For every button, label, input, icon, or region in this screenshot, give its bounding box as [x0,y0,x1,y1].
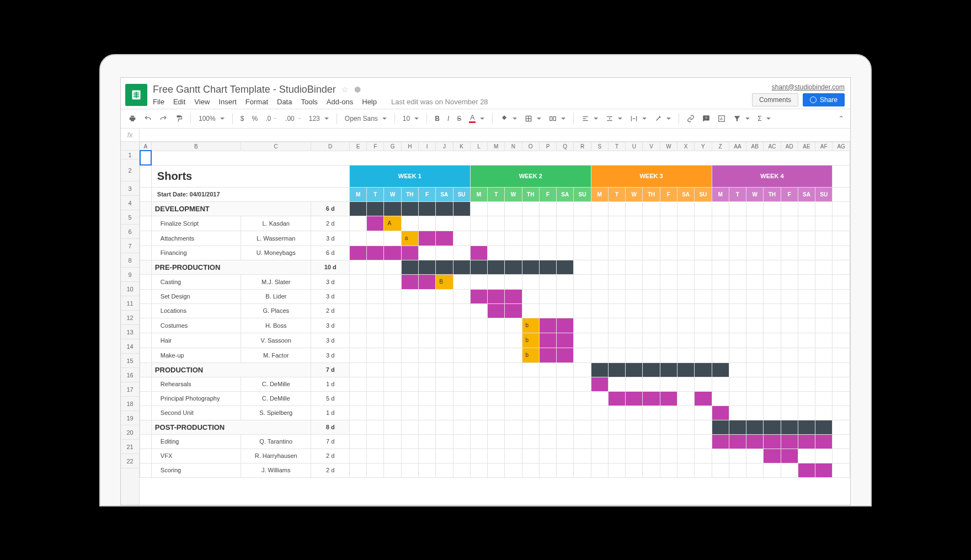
col-header-E[interactable]: E [349,142,366,151]
col-header-AG[interactable]: AG [833,142,850,151]
col-header-K[interactable]: K [453,142,470,151]
more-formats[interactable]: 123 [307,114,331,124]
menu-addons[interactable]: Add-ons [327,98,353,106]
format-percent[interactable]: % [249,114,260,124]
col-header-Z[interactable]: Z [712,142,729,151]
move-folder-icon[interactable]: ⬢ [354,85,361,94]
merge-cells-button[interactable] [547,114,568,124]
col-header-X[interactable]: X [677,142,694,151]
comments-button[interactable]: Comments [752,93,798,106]
day-header: T [608,187,625,201]
menu-help[interactable]: Help [362,98,377,106]
bold-button[interactable]: B [433,114,442,124]
doc-title[interactable]: Free Gantt Chart Template - StudioBinder [153,84,336,95]
day-header: F [660,187,677,201]
col-header-W[interactable]: W [660,142,677,151]
menu-file[interactable]: File [153,98,164,106]
day-header: SU [695,187,712,201]
account-email[interactable]: shant@studiobinder.com [752,83,845,91]
formula-bar[interactable]: fx [121,129,850,142]
task-owner: M. Factor [241,348,311,362]
day-header: M [712,187,729,201]
col-header-Y[interactable]: Y [695,142,712,151]
task-name: Casting [151,274,241,289]
col-header-F[interactable]: F [367,142,384,151]
menu-tools[interactable]: Tools [301,98,317,106]
font-family-dropdown[interactable]: Open Sans [343,114,389,124]
filter-button[interactable] [731,114,752,124]
functions-button[interactable]: Σ [755,114,772,124]
print-icon[interactable] [126,114,138,124]
col-header-C[interactable]: C [241,142,311,151]
menu-format[interactable]: Format [246,98,268,106]
col-header-H[interactable]: H [401,142,418,151]
redo-icon[interactable] [157,114,169,124]
col-header-L[interactable]: L [470,142,487,151]
section-duration: 7 d [311,362,350,377]
col-header-B[interactable]: B [151,142,241,151]
day-header: F [781,187,798,201]
font-size-dropdown[interactable]: 10 [401,114,421,124]
col-header-AC[interactable]: AC [764,142,781,151]
task-owner: Q. Tarantino [241,434,311,449]
col-header-D[interactable]: D [311,142,350,151]
italic-button[interactable]: I [445,114,451,124]
insert-comment-icon[interactable]: + [700,114,712,124]
col-header-Q[interactable]: Q [557,142,574,151]
col-header-AA[interactable]: AA [729,142,746,151]
col-header-A[interactable]: A [140,142,152,151]
star-icon[interactable]: ☆ [342,85,349,94]
col-header-P[interactable]: P [539,142,556,151]
menu-data[interactable]: Data [277,98,292,106]
col-header-G[interactable]: G [384,142,401,151]
col-header-R[interactable]: R [574,142,591,151]
spreadsheet-grid[interactable]: ABCDEFGHIJKLMNOPQRSTUVWXYZAAABACADAEAFAG… [140,142,850,505]
col-header-O[interactable]: O [522,142,539,151]
col-header-N[interactable]: N [505,142,522,151]
text-wrap-button[interactable] [628,114,649,124]
task-duration: 1 d [311,406,350,420]
v-align-button[interactable] [604,114,625,124]
section-duration: 6 d [311,201,350,216]
col-header-J[interactable]: J [436,142,453,151]
task-owner: J. Williams [241,463,311,477]
col-header-AB[interactable]: AB [746,142,764,151]
zoom-dropdown[interactable]: 100% [196,114,227,124]
collapse-toolbar-icon[interactable]: ⌃ [838,114,845,123]
task-duration: 2 d [311,303,350,318]
insert-chart-icon[interactable] [716,114,728,124]
col-header-U[interactable]: U [626,142,643,151]
menu-insert[interactable]: Insert [218,98,237,106]
paint-format-icon[interactable] [173,114,185,124]
col-header-S[interactable]: S [591,142,608,151]
col-header-AF[interactable]: AF [815,142,833,151]
day-header: F [419,187,436,201]
day-header: M [470,187,487,201]
col-header-AD[interactable]: AD [781,142,798,151]
col-header-T[interactable]: T [608,142,625,151]
row-headers[interactable]: 1 2 345678 91011121314 151617181920 2122 [121,142,140,505]
undo-icon[interactable] [142,114,154,124]
increase-decimal[interactable]: .00→ [283,114,303,124]
share-button[interactable]: Share [803,93,845,106]
h-align-button[interactable] [579,114,600,124]
task-duration: 3 d [311,333,350,348]
app-window: Free Gantt Chart Template - StudioBinder… [120,77,851,505]
col-header-V[interactable]: V [643,142,660,151]
text-color-button[interactable]: A [467,113,487,124]
format-currency[interactable]: $ [238,114,247,124]
menu-edit[interactable]: Edit [173,98,185,106]
sheets-logo[interactable] [125,84,147,106]
task-duration: 3 d [311,231,350,246]
insert-link-icon[interactable] [685,114,697,124]
menu-view[interactable]: View [194,98,210,106]
strike-button[interactable]: S [455,114,463,124]
col-header-AE[interactable]: AE [798,142,815,151]
fill-color-button[interactable] [498,114,519,124]
text-rotate-button[interactable] [652,114,673,124]
col-header-I[interactable]: I [419,142,436,151]
borders-button[interactable] [522,114,543,124]
select-all-corner[interactable] [121,142,139,151]
decrease-decimal[interactable]: .0← [263,114,280,124]
col-header-M[interactable]: M [488,142,505,151]
